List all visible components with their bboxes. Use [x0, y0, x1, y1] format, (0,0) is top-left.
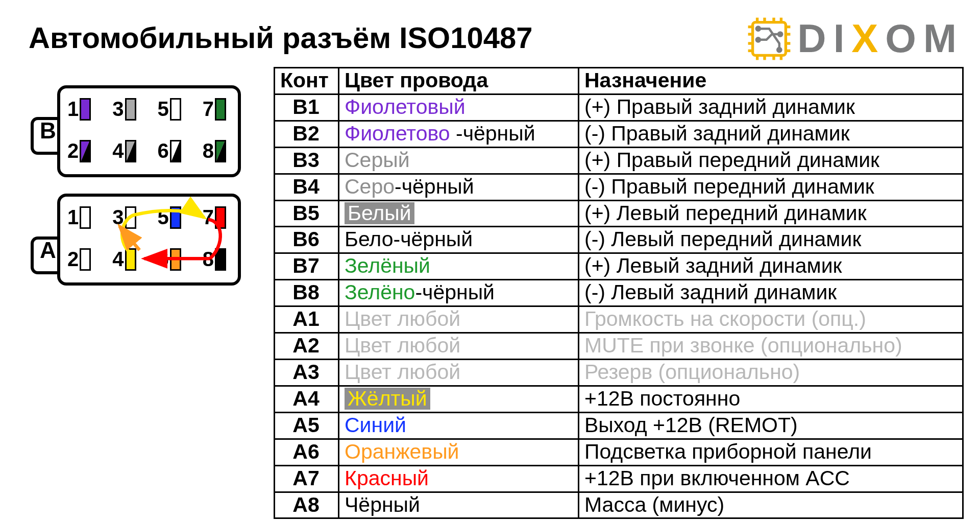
- cell-pin: B6: [275, 227, 339, 253]
- cell-pin: A7: [275, 465, 339, 492]
- chip-icon: [746, 16, 792, 62]
- cell-function: (+) Правый задний динамик: [579, 94, 963, 121]
- cell-pin: B5: [275, 200, 339, 227]
- cell-pin: B4: [275, 174, 339, 200]
- table-row: A3Цвет любойРезерв (опционально): [275, 359, 963, 386]
- cell-function: (+) Правый передний динамик: [579, 147, 963, 174]
- table-row: A6ОранжевыйПодсветка приборной панели: [275, 439, 963, 465]
- svg-point-17: [756, 27, 760, 30]
- cell-wire: Фиолетовый: [339, 94, 579, 121]
- table-row: B2Фиолетово -чёрный(-) Правый задний дин…: [275, 121, 963, 147]
- cell-wire: Фиолетово -чёрный: [339, 121, 579, 147]
- logo-letter: D: [797, 15, 833, 62]
- connector-pin: 4: [112, 248, 136, 271]
- cell-wire: Цвет любой: [339, 359, 579, 386]
- cell-pin: B1: [275, 94, 339, 121]
- cell-function: Масса (минус): [579, 492, 963, 518]
- connector-block-b: B 1357 2468: [57, 85, 241, 177]
- connector-pin: 3: [112, 98, 136, 121]
- cell-pin: A1: [275, 306, 339, 333]
- svg-point-20: [778, 32, 782, 36]
- cell-wire: Чёрный: [339, 492, 579, 518]
- cell-function: (-) Левый задний динамик: [579, 280, 963, 306]
- table-row: A5СинийВыход +12В (REMOT): [275, 412, 963, 439]
- connector-pin: 1: [67, 206, 91, 229]
- cell-pin: A8: [275, 492, 339, 518]
- cell-wire: Цвет любой: [339, 306, 579, 333]
- cell-wire: Цвет любой: [339, 333, 579, 360]
- cell-wire: Зелёно-чёрный: [339, 280, 579, 306]
- table-row: B4Серо-чёрный(-) Правый передний динамик: [275, 174, 963, 200]
- table-row: B7Зелёный(+) Левый задний динамик: [275, 253, 963, 280]
- connector-pin: 7: [203, 206, 226, 229]
- cell-function: +12В при включенном ACC: [579, 465, 963, 492]
- cell-wire: Оранжевый: [339, 439, 579, 465]
- connector-pin: 6: [158, 248, 181, 271]
- cell-pin: A4: [275, 386, 339, 412]
- table-row: A8ЧёрныйМасса (минус): [275, 492, 963, 518]
- cell-wire: Зелёный: [339, 253, 579, 280]
- cell-pin: B2: [275, 121, 339, 147]
- table-row: A1Цвет любойГромкость на скорости (опц.): [275, 306, 963, 333]
- col-func: Назначение: [579, 68, 963, 94]
- connector-pin: 3: [112, 206, 136, 229]
- connector-diagram: B 1357 2468 A 1357 2468: [21, 83, 246, 308]
- cell-wire: Серо-чёрный: [339, 174, 579, 200]
- cell-function: Резерв (опционально): [579, 359, 963, 386]
- connector-pin: 8: [203, 248, 226, 271]
- table-row: B6Бело-чёрный(-) Левый передний динамик: [275, 227, 963, 253]
- col-pin: Конт: [275, 68, 339, 94]
- logo-letter: O: [885, 15, 923, 62]
- col-wire: Цвет провода: [339, 68, 579, 94]
- cell-function: (-) Правый передний динамик: [579, 174, 963, 200]
- svg-line-29: [119, 226, 139, 250]
- table-row: B1Фиолетовый(+) Правый задний динамик: [275, 94, 963, 121]
- page-title: Автомобильный разъём ISO10487: [29, 20, 533, 55]
- pinout-table: Конт Цвет провода Назначение B1Фиолетовы…: [274, 67, 964, 519]
- table-row: B8Зелёно-чёрный(-) Левый задний динамик: [275, 280, 963, 306]
- cell-pin: A2: [275, 333, 339, 360]
- cell-wire: Жёлтый: [339, 386, 579, 412]
- table-row: B5Белый(+) Левый передний динамик: [275, 200, 963, 227]
- cell-pin: A6: [275, 439, 339, 465]
- table-row: A7Красный+12В при включенном ACC: [275, 465, 963, 492]
- connector-pin: 7: [203, 98, 226, 121]
- connector-pin: 4: [112, 139, 136, 162]
- cell-pin: A3: [275, 359, 339, 386]
- logo-letter: X: [851, 15, 885, 62]
- connector-pin: 1: [67, 98, 91, 121]
- cell-function: (+) Левый передний динамик: [579, 200, 963, 227]
- table-row: A2Цвет любойMUTE при звонке (опционально…: [275, 333, 963, 360]
- cell-function: MUTE при звонке (опционально): [579, 333, 963, 360]
- svg-point-19: [777, 48, 781, 52]
- cell-function: Громкость на скорости (опц.): [579, 306, 963, 333]
- svg-point-18: [756, 38, 760, 41]
- connector-block-a: A 1357 2468: [57, 194, 241, 286]
- logo-letter: I: [834, 15, 852, 62]
- connector-pin: 5: [158, 206, 181, 229]
- connector-pin: 2: [67, 139, 91, 162]
- cell-function: (-) Левый передний динамик: [579, 227, 963, 253]
- cell-function: +12В постоянно: [579, 386, 963, 412]
- block-label-b: B: [40, 118, 56, 144]
- brand-logo: D I X O M: [746, 15, 964, 62]
- connector-pin: 5: [158, 98, 181, 121]
- connector-pin: 2: [67, 248, 91, 271]
- connector-pin: 6: [158, 139, 181, 162]
- cell-pin: B3: [275, 147, 339, 174]
- table-row: A4Жёлтый+12В постоянно: [275, 386, 963, 412]
- cell-function: Выход +12В (REMOT): [579, 412, 963, 439]
- cell-pin: A5: [275, 412, 339, 439]
- table-header-row: Конт Цвет провода Назначение: [275, 68, 963, 94]
- cell-function: (+) Левый задний динамик: [579, 253, 963, 280]
- cell-wire: Красный: [339, 465, 579, 492]
- table-row: B3Серый(+) Правый передний динамик: [275, 147, 963, 174]
- block-label-a: A: [40, 238, 56, 263]
- cell-wire: Белый: [339, 200, 579, 227]
- cell-wire: Синий: [339, 412, 579, 439]
- cell-pin: B7: [275, 253, 339, 280]
- connector-pin: 8: [203, 139, 226, 162]
- cell-function: (-) Правый задний динамик: [579, 121, 963, 147]
- logo-letter: M: [923, 15, 964, 62]
- cell-function: Подсветка приборной панели: [579, 439, 963, 465]
